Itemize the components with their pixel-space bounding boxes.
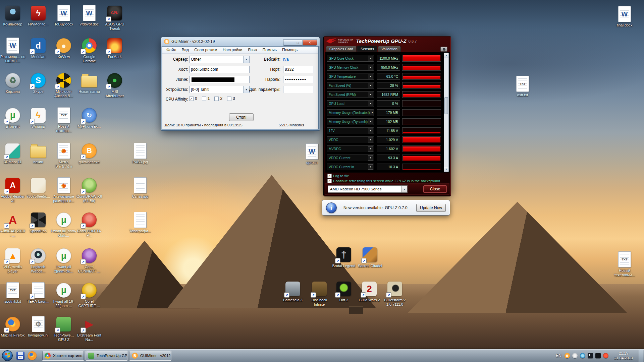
desktop-icon[interactable]: ↗ Corel CAPTURE ... — [76, 282, 102, 308]
desktop-icon[interactable]: ↗ Dirt 2 — [331, 281, 357, 302]
desktop-icon[interactable]: ↗ Новая папка — [76, 72, 102, 94]
taskbar-button[interactable]: TechPowerUp GP... — [86, 351, 128, 361]
sensor-select[interactable]: Fan Speed (%) ▼ — [327, 82, 374, 89]
card-select[interactable]: AMD Radeon HD 7900 Series ▼ — [328, 185, 408, 193]
menu-item[interactable]: Язык — [245, 48, 260, 52]
affinity-checkbox[interactable]: ✓ 3 — [227, 96, 235, 101]
chevron-down-icon[interactable]: ▼ — [401, 186, 407, 192]
clock[interactable]: 21:19 21.04.2013 — [611, 351, 636, 360]
menu-item[interactable]: Помощь — [279, 48, 300, 52]
affinity-checkbox[interactable]: ✓ 0 — [189, 96, 197, 101]
desktop-icon[interactable]: ↗ Компьютер — [0, 5, 25, 26]
desktop-icon[interactable]: TXT ↗ Новый текстовый... — [612, 251, 637, 277]
desktop-icon[interactable]: ↗ SpeedFan — [25, 212, 51, 233]
maximize-button[interactable]: □ — [293, 40, 303, 46]
tray-icon[interactable] — [580, 353, 585, 358]
scroll-up-icon[interactable]: ▲ — [444, 53, 448, 58]
desktop-icon[interactable]: GPU ↗ ASUS GPU Tweak — [102, 5, 127, 31]
taskbar-button[interactable]: B GUIMiner - v2012... — [129, 351, 171, 361]
scrollbar-thumb[interactable] — [444, 97, 448, 114]
port-input[interactable]: 8332 — [283, 66, 314, 73]
minimize-button[interactable]: – — [283, 40, 293, 46]
desktop-icon[interactable]: ◉ ↗ Актуальные размеры о... — [51, 177, 76, 203]
refresh-background-checkbox[interactable]: ✓ Continue refreshing this screen while … — [327, 179, 440, 183]
sensor-select[interactable]: GPU Temperature ▼ — [327, 73, 374, 80]
menu-item[interactable]: Соло режим — [192, 48, 220, 52]
desktop-icon[interactable]: ϟ ↗ Winamp — [25, 107, 51, 129]
desktop-icon[interactable]: µ ↗ I want all 2[nnm-clu... — [51, 248, 76, 274]
server-select[interactable]: Other ▼ — [189, 56, 250, 63]
desktop-icon[interactable]: TXT ↗ ostr.txt — [510, 76, 535, 97]
desktop-icon[interactable]: S ↗ Skype — [25, 72, 51, 94]
sensor-select[interactable]: VDDC Current In ▼ — [327, 164, 374, 170]
desktop-icon[interactable]: ↗ Mozilla Firefox — [0, 316, 25, 338]
checkbox-icon[interactable]: ✓ — [214, 97, 219, 101]
chevron-down-icon[interactable]: ▼ — [368, 74, 373, 79]
desktop-icon[interactable]: ↗ 3DMark 11 — [0, 143, 25, 164]
firefox-icon[interactable] — [28, 351, 37, 360]
gpuz-close-button[interactable]: Close — [423, 185, 447, 193]
extra-params-input[interactable] — [283, 86, 314, 93]
desktop-icon[interactable]: ↗ TechPowe... GPU-Z — [51, 316, 76, 342]
menu-item[interactable]: Помочь — [260, 48, 279, 52]
desktop-icon[interactable]: ϟ ↗ HWMonito... — [25, 5, 51, 26]
start-button[interactable] — [2, 350, 13, 361]
gpuz-tab[interactable]: Sensors — [357, 46, 377, 52]
desktop-icon[interactable]: ▶ ↗ Bitstream Font Na... — [76, 316, 102, 342]
website-link[interactable]: n/a — [283, 57, 289, 62]
sensor-select[interactable]: GPU Core Clock ▼ — [327, 55, 374, 62]
affinity-checkbox[interactable]: ✓ 2 — [214, 96, 222, 101]
camera-screenshot-icon[interactable] — [440, 47, 447, 52]
desktop-icon[interactable]: ♻ ↗ Корзина — [0, 72, 25, 94]
desktop-icon[interactable]: ◉ ↗ Men's Shirts.htm — [51, 143, 76, 169]
checkbox-icon[interactable]: ✓ — [327, 179, 332, 183]
chevron-down-icon[interactable]: ▼ — [368, 128, 373, 133]
desktop-icon[interactable]: ↗ MSI Afterburner — [102, 72, 127, 98]
desktop-icon[interactable]: B ↗ guiminer.exe — [76, 143, 102, 164]
desktop-icon[interactable]: ↗ TERA-Laun... — [25, 282, 51, 304]
desktop-icon[interactable]: ↗ Sacred Citadel — [357, 247, 383, 268]
log-to-file-checkbox[interactable]: ✓ Log to file — [327, 174, 349, 178]
scroll-down-icon[interactable]: ▼ — [444, 167, 448, 172]
desktop-icon[interactable]: TXT ↗ sputnik.txt — [0, 282, 25, 304]
desktop-icon[interactable]: ↗ 760756ee5c... — [25, 177, 51, 199]
sensor-select[interactable]: VDDC Current ▼ — [327, 155, 374, 161]
desktop-icon[interactable]: W ↗ vfdbvbf.doc — [76, 5, 102, 26]
desktop-icon[interactable]: 2 ↗ Guild Wars 2 — [357, 281, 382, 302]
desktop-icon[interactable]: ↗ Battlefield 3 — [280, 281, 306, 302]
tray-icon[interactable]: B — [565, 353, 570, 358]
desktop-icon[interactable]: ↗ Топографи... — [127, 212, 153, 233]
desktop-icon[interactable]: ↗ Google Chrome — [76, 38, 102, 63]
desktop-icon[interactable]: ↻ ↗ MyPhoneEx... — [76, 107, 102, 129]
menu-item[interactable]: Файл — [164, 48, 179, 52]
chevron-down-icon[interactable]: ▼ — [368, 92, 373, 97]
desktop-icon[interactable]: ↗ FurMark — [102, 38, 127, 59]
sensor-select[interactable]: Memory Usage (Dedicated) ▼ — [327, 109, 374, 116]
affinity-checkbox[interactable]: ✓ 1 — [202, 96, 210, 101]
chevron-down-icon[interactable]: ▼ — [368, 101, 373, 106]
desktop-icon[interactable]: ↗ Corel CONNECT ... — [76, 248, 102, 274]
checkbox-icon[interactable]: ✓ — [189, 97, 194, 101]
desktop-icon[interactable]: ▲ ↗ VLC media player — [0, 248, 25, 274]
desktop-icon[interactable]: µ ↗ µTorrent — [0, 107, 25, 129]
chevron-down-icon[interactable]: ▼ — [368, 137, 373, 142]
desktop-icon[interactable]: µ ↗ I want all 16-22[nnm-... — [51, 282, 76, 308]
tray-icon[interactable] — [588, 353, 593, 358]
desktop-icon[interactable]: † ↗ Brutal Legend — [331, 247, 357, 268]
chevron-down-icon[interactable]: ▼ — [368, 164, 373, 170]
desktop-icon[interactable]: A ↗ AutoCAD 2010 - ... — [0, 212, 25, 238]
gpuz-titlebar[interactable]: REPUBLIC OF GAMERS TechPowerUp GPU-Z 0.6… — [324, 37, 451, 46]
desktop-icon[interactable]: ⚙ ↗ hwmprow.ini — [25, 316, 51, 338]
tray-icon[interactable] — [603, 353, 608, 358]
password-input[interactable]: ●●●●●●●●●● — [283, 76, 314, 83]
desktop-icon[interactable]: ↗ пекин — [25, 143, 51, 164]
close-button[interactable]: × — [303, 40, 317, 46]
stop-button[interactable]: Стоп! — [229, 113, 254, 121]
desktop-icon[interactable]: W ↗ ToBuy.docx — [51, 5, 76, 26]
save-floppy-icon[interactable] — [16, 352, 24, 360]
desktop-icon[interactable]: ↗ Logitech Webca... — [25, 248, 51, 274]
desktop-icon[interactable]: ↗ РХБЗ.jpg — [127, 143, 153, 164]
sensors-scrollbar[interactable]: ▲ ▼ — [444, 53, 449, 172]
login-input[interactable] — [189, 76, 250, 83]
chevron-down-icon[interactable]: ▼ — [368, 65, 373, 70]
